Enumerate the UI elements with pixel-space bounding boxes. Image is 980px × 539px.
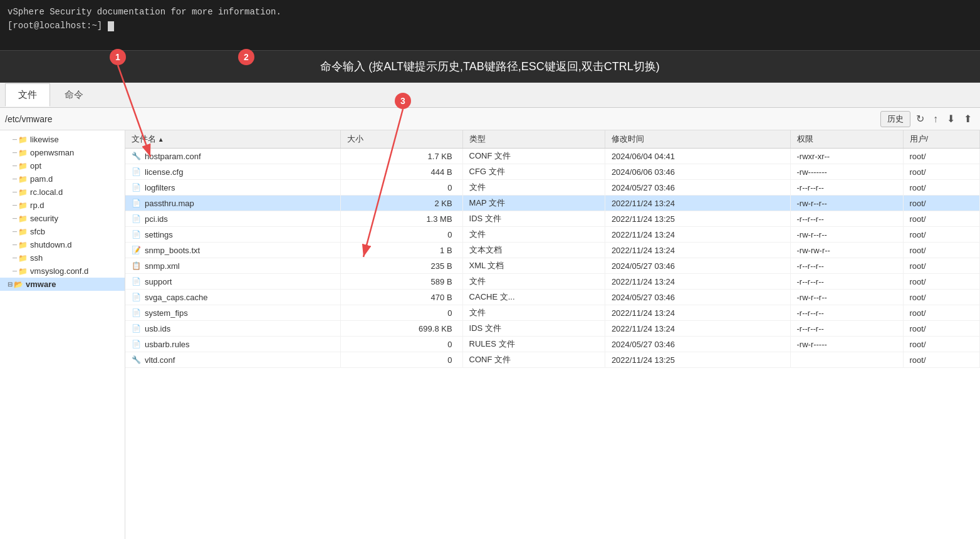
tab-commands[interactable]: 命令 [51,83,96,107]
file-name-cell: 🔧 hostparam.conf [125,149,340,164]
table-row[interactable]: 🔧 hostparam.conf 1.7 KB CONF 文件 2024/06/… [125,149,980,164]
file-owner: root/ [903,321,979,337]
refresh-button[interactable]: ↻ [913,112,927,126]
file-name: settings [145,230,173,239]
file-permissions: -r--r--r-- [790,274,903,290]
col-header-size[interactable]: 大小 [340,130,462,149]
file-permissions: -rw-r----- [790,337,903,352]
folder-icon: 📁 [18,267,28,276]
table-row[interactable]: 📄 usbarb.rules 0 RULES 文件 2024/05/27 03:… [125,337,980,352]
history-button[interactable]: 历史 [880,111,910,127]
table-row[interactable]: 📄 logfilters 0 文件 2024/05/27 03:46 -r--r… [125,180,980,196]
file-type: 文本文档 [462,243,605,258]
file-size: 0 [340,180,462,196]
table-row[interactable]: 📄 passthru.map 2 KB MAP 文件 2022/11/24 13… [125,196,980,211]
command-bar[interactable]: 命令输入 (按ALT键提示历史,TAB键路径,ESC键返回,双击CTRL切换) [0,50,980,83]
expand-icon: ─ [13,254,17,261]
sidebar-item-pamd[interactable]: ─ 📁 pam.d [0,172,125,186]
file-name: pci.ids [145,214,168,224]
file-size: 444 B [340,164,462,180]
upload-button[interactable]: ⬆ [961,112,975,126]
file-type: 文件 [462,180,605,196]
sidebar-item-rclocald[interactable]: ─ 📁 rc.local.d [0,186,125,199]
file-type: IDS 文件 [462,211,605,227]
sidebar-item-opt[interactable]: ─ 📁 opt [0,159,125,172]
sidebar-item-shutdownd[interactable]: ─ 📁 shutdown.d [0,238,125,251]
file-modified: 2024/06/06 03:46 [605,164,790,180]
file-icon: 🔧 [132,355,141,364]
col-header-type[interactable]: 类型 [462,130,605,149]
folder-icon: 📁 [18,241,28,249]
sidebar-item-sfcb[interactable]: ─ 📁 sfcb [0,225,125,238]
sidebar-item-likewise[interactable]: ─ 📁 likewise [0,133,125,146]
file-icon: 📄 [132,277,141,286]
file-name: snmp.xml [145,261,180,271]
file-permissions: -r--r--r-- [790,211,903,227]
file-icon: 📄 [132,293,141,301]
file-permissions: -r--r--r-- [790,305,903,321]
sidebar-item-label: rp.d [30,201,44,210]
sidebar-item-vmware[interactable]: ⊟ 📂 vmware [0,278,125,291]
file-type: CONF 文件 [462,352,605,368]
file-owner: root/ [903,149,979,164]
file-modified: 2022/11/24 13:25 [605,352,790,368]
file-permissions: -rwxr-xr-- [790,149,903,164]
sidebar-item-security[interactable]: ─ 📁 security [0,212,125,225]
sidebar-item-ssh[interactable]: ─ 📁 ssh [0,251,125,264]
file-modified: 2022/11/24 13:24 [605,196,790,211]
file-name: svga_caps.cache [145,293,207,302]
tab-files[interactable]: 文件 [5,83,50,107]
file-icon: 📄 [132,183,141,192]
table-row[interactable]: 📄 system_fips 0 文件 2022/11/24 13:24 -r--… [125,305,980,321]
folder-icon: 📁 [18,228,28,236]
table-row[interactable]: 📄 usb.ids 699.8 KB IDS 文件 2022/11/24 13:… [125,321,980,337]
file-owner: root/ [903,258,979,274]
file-name-cell: 📝 snmp_boots.txt [125,243,340,258]
file-icon: 📄 [132,324,141,333]
sidebar-item-openwsman[interactable]: ─ 📁 openwsman [0,146,125,159]
file-permissions: -r--r--r-- [790,321,903,337]
sidebar-item-vmsyslogconfd[interactable]: ─ 📁 vmsyslog.conf.d [0,264,125,278]
col-header-name[interactable]: 文件名 [125,130,340,149]
file-modified: 2024/05/27 03:46 [605,258,790,274]
up-button[interactable]: ↑ [930,112,941,126]
file-permissions: -rw-r--r-- [790,196,903,211]
col-header-permissions[interactable]: 权限 [790,130,903,149]
col-header-modified[interactable]: 修改时间 [605,130,790,149]
folder-icon: 📁 [18,188,28,197]
table-row[interactable]: 📄 svga_caps.cache 470 B CACHE 文... 2024/… [125,290,980,305]
sidebar-item-rpd[interactable]: ─ 📁 rp.d [0,199,125,212]
file-icon: 📋 [132,261,141,270]
download-button[interactable]: ⬇ [944,112,958,126]
table-row[interactable]: 📄 license.cfg 444 B CFG 文件 2024/06/06 03… [125,164,980,180]
file-type: CFG 文件 [462,164,605,180]
file-table: 文件名 大小 类型 修改时间 权限 用户/ 🔧 hostparam.conf 1… [125,130,980,368]
file-name-cell: 📄 usbarb.rules [125,337,340,352]
file-name: usb.ids [145,324,170,333]
file-name: snmp_boots.txt [145,246,200,255]
file-modified: 2022/11/24 13:25 [605,211,790,227]
table-row[interactable]: 📄 settings 0 文件 2022/11/24 13:24 -rw-r--… [125,227,980,243]
expand-icon: ─ [13,268,17,275]
table-row[interactable]: 🔧 vltd.conf 0 CONF 文件 2022/11/24 13:25 r… [125,352,980,368]
file-owner: root/ [903,196,979,211]
table-row[interactable]: 📄 pci.ids 1.3 MB IDS 文件 2022/11/24 13:25… [125,211,980,227]
table-row[interactable]: 📋 snmp.xml 235 B XML 文档 2024/05/27 03:46… [125,258,980,274]
terminal-area: vSphere Security documentation for more … [0,0,980,50]
file-name-cell: 📄 svga_caps.cache [125,290,340,305]
table-row[interactable]: 📝 snmp_boots.txt 1 B 文本文档 2022/11/24 13:… [125,243,980,258]
file-permissions: -rw-rw-r-- [790,243,903,258]
file-owner: root/ [903,337,979,352]
file-name-cell: 📄 support [125,274,340,290]
expand-icon: ─ [13,215,17,222]
expand-icon: ─ [13,175,17,182]
table-row[interactable]: 📄 support 589 B 文件 2022/11/24 13:24 -r--… [125,274,980,290]
sidebar-item-label: ssh [30,253,43,263]
terminal-line2: [root@localhost:~] [8,19,972,33]
file-owner: root/ [903,243,979,258]
command-bar-text: 命令输入 (按ALT键提示历史,TAB键路径,ESC键返回,双击CTRL切换) [320,59,659,74]
current-path: /etc/vmware [5,114,52,124]
file-size: 1.7 KB [340,149,462,164]
file-type: XML 文档 [462,258,605,274]
col-header-owner[interactable]: 用户/ [903,130,979,149]
